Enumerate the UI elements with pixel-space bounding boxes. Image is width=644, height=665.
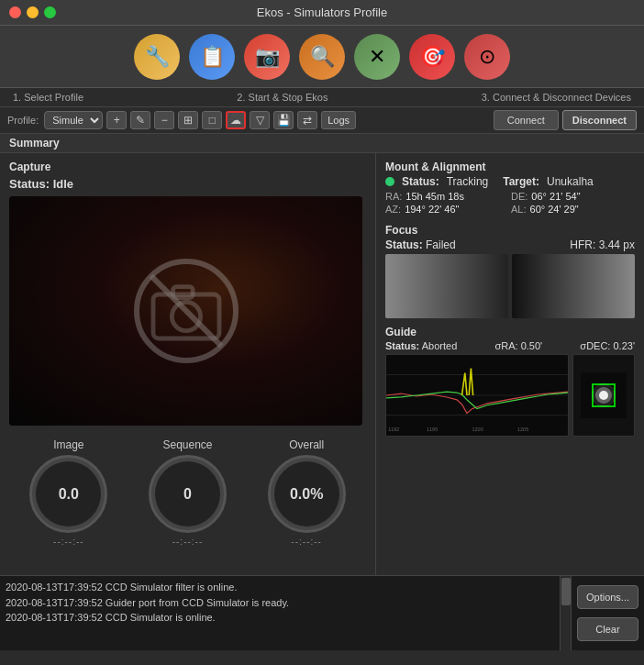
- main-toolbar: 🔧 📋 📷 🔍 ✕ 🎯 ⊙: [0, 26, 644, 88]
- mount-target-label: Target:: [503, 175, 539, 188]
- remove-profile-btn[interactable]: −: [154, 111, 174, 129]
- log-scrollbar[interactable]: [560, 576, 571, 650]
- log-line-2: 2020-08-13T17:39:52 Guider port from CCD…: [6, 595, 554, 611]
- window-title: Ekos - Simulators Profile: [257, 6, 387, 19]
- focus-title: Focus: [385, 224, 635, 237]
- bottom-area: 2020-08-13T17:39:52 CCD Simulator filter…: [0, 575, 644, 650]
- log-line-1: 2020-08-13T17:39:52 CCD Simulator filter…: [6, 580, 554, 595]
- minimize-button[interactable]: [27, 6, 39, 18]
- mount-status-label: Status:: [402, 175, 439, 188]
- grid-btn[interactable]: ⊞: [178, 111, 198, 129]
- cloud-btn[interactable]: ☁: [226, 111, 246, 129]
- focus-status: Status: Failed: [385, 238, 456, 251]
- progress-row: Image 0.0 --:--:-- Sequence 0 --:--:-- O…: [9, 438, 366, 547]
- focus-images: [385, 254, 635, 318]
- title-bar: Ekos - Simulators Profile: [0, 0, 644, 26]
- filter-btn[interactable]: ▽: [250, 111, 270, 129]
- log-area: 2020-08-13T17:39:52 CCD Simulator filter…: [0, 576, 560, 650]
- sequence-circle: 0: [149, 455, 227, 533]
- step-labels: 1. Select Profile 2. Start & Stop Ekos 3…: [0, 88, 644, 107]
- mount-icon-btn[interactable]: ✕: [354, 34, 400, 80]
- focus-icon-btn[interactable]: 🔍: [299, 34, 345, 80]
- no-photo-icon: [131, 256, 241, 366]
- de-value: 06° 21' 54": [531, 191, 580, 202]
- summary-bar: Summary: [0, 134, 644, 153]
- guide-section: Guide Status: Aborted σRA: 0.50' σDEC: 0…: [385, 326, 635, 437]
- guide-header: Status: Aborted σRA: 0.50' σDEC: 0.23': [385, 340, 635, 351]
- overall-value: 0.0%: [290, 486, 323, 503]
- guide-chart: 1192 1195 1200 1205: [385, 354, 569, 437]
- focus-status-label: Status:: [385, 238, 423, 251]
- mount-status-value: Tracking: [447, 175, 489, 188]
- guide-sigma-dec: σDEC: 0.23': [580, 340, 635, 351]
- profile-label: Profile:: [7, 115, 39, 126]
- guide-status: Status: Aborted: [385, 340, 457, 351]
- mount-section: Mount & Alignment Status: Tracking Targe…: [385, 161, 635, 215]
- focus-hfr-value: 3.44 px: [599, 238, 635, 251]
- guide-status-value: Aborted: [422, 340, 458, 351]
- align-icon-btn[interactable]: 🎯: [409, 34, 455, 80]
- mount-status-dot: [385, 177, 394, 186]
- overall-label: Overall: [289, 438, 324, 451]
- save-btn[interactable]: 💾: [273, 111, 294, 129]
- maximize-button[interactable]: [44, 6, 56, 18]
- summary-label: Summary: [9, 137, 60, 150]
- log-scroll-thumb[interactable]: [561, 578, 571, 605]
- profile-row: Profile: Simule + ✎ − ⊞ □ ☁ ▽ 💾 ⇄ Logs C…: [0, 107, 644, 134]
- guide-images: 1192 1195 1200 1205: [385, 354, 635, 437]
- svg-point-3: [172, 302, 200, 330]
- focus-image-left: [385, 254, 508, 318]
- sequence-time: --:--:--: [172, 537, 204, 547]
- options-button[interactable]: Options...: [577, 585, 638, 609]
- mount-status-row: Status: Tracking Target: Unukalha: [385, 175, 635, 188]
- sliders-btn[interactable]: ⇄: [297, 111, 317, 129]
- sequence-progress: Sequence 0 --:--:--: [149, 438, 227, 547]
- mount-coords: RA: 15h 45m 18s DE: 06° 21' 54" AZ: 194°…: [385, 191, 635, 215]
- guide-status-label: Status:: [385, 340, 419, 351]
- svg-text:1205: 1205: [517, 427, 528, 432]
- square-btn[interactable]: □: [202, 111, 222, 129]
- guide-sigma-ra: σRA: 0.50': [494, 340, 542, 351]
- close-button[interactable]: [9, 6, 21, 18]
- mount-title: Mount & Alignment: [385, 161, 635, 173]
- disconnect-btn[interactable]: Disconnect: [562, 110, 637, 130]
- guide-icon-btn[interactable]: ⊙: [464, 34, 510, 80]
- focus-header: Status: Failed HFR: 3.44 px: [385, 238, 635, 251]
- svg-text:1200: 1200: [472, 427, 483, 432]
- al-value: 60° 24' 29": [530, 204, 579, 215]
- connect-btn[interactable]: Connect: [494, 110, 559, 130]
- de-label: DE:: [511, 191, 527, 202]
- profile-select[interactable]: Simule: [44, 111, 103, 129]
- edit-profile-btn[interactable]: ✎: [130, 111, 150, 129]
- image-label: Image: [53, 438, 83, 451]
- sequence-value: 0: [183, 486, 192, 503]
- scheduler-icon-btn[interactable]: 📋: [189, 34, 235, 80]
- guide-star: [572, 354, 635, 437]
- image-progress: Image 0.0 --:--:--: [29, 438, 107, 547]
- image-time: --:--:--: [53, 537, 84, 547]
- svg-text:1192: 1192: [388, 427, 399, 432]
- focus-hfr: HFR: 3.44 px: [570, 238, 635, 251]
- clear-button[interactable]: Clear: [577, 617, 638, 641]
- setup-icon-btn[interactable]: 🔧: [134, 34, 180, 80]
- capture-panel: Capture Status: Idle Image 0.0 --:--:--: [0, 153, 376, 575]
- image-value: 0.0: [59, 486, 79, 503]
- guide-star-svg: [576, 368, 631, 423]
- step1-label: 1. Select Profile: [13, 92, 83, 103]
- az-label: AZ:: [385, 204, 401, 215]
- sequence-label: Sequence: [162, 438, 212, 451]
- main-content: Capture Status: Idle Image 0.0 --:--:--: [0, 153, 644, 575]
- log-buttons: Options... Clear: [571, 576, 644, 650]
- svg-text:1195: 1195: [427, 427, 438, 432]
- add-profile-btn[interactable]: +: [106, 111, 127, 129]
- overall-time: --:--:--: [291, 537, 322, 547]
- ra-value: 15h 45m 18s: [405, 191, 464, 202]
- capture-image: [9, 196, 362, 426]
- traffic-lights: [9, 6, 56, 18]
- guide-title: Guide: [385, 326, 635, 338]
- logs-btn[interactable]: Logs: [321, 111, 356, 129]
- focus-status-value: Failed: [426, 238, 456, 251]
- focus-image-right: [512, 254, 635, 318]
- capture-icon-btn[interactable]: 📷: [244, 34, 290, 80]
- capture-status: Status: Idle: [9, 177, 366, 191]
